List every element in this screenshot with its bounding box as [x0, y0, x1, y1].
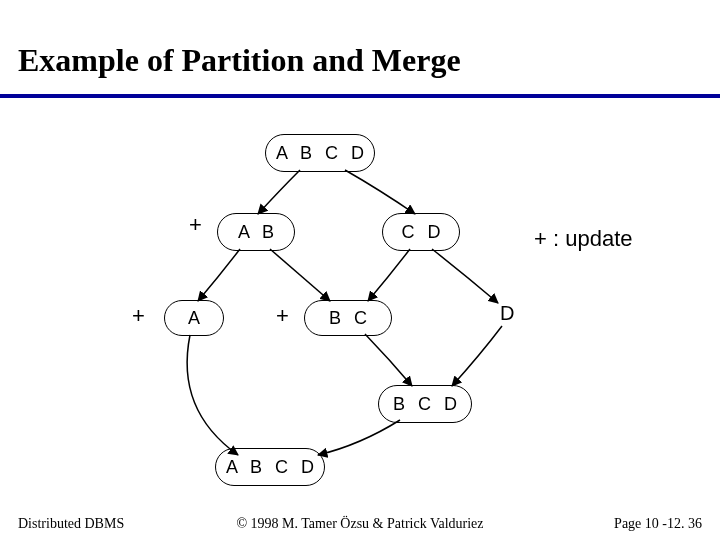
footer-center: © 1998 M. Tamer Özsu & Patrick Valduriez — [0, 516, 720, 532]
plus-mark-ab: + — [189, 212, 202, 238]
slide: Example of Partition and Merge A B C D A… — [0, 0, 720, 540]
title-underline — [0, 94, 720, 98]
plus-mark-bc: + — [276, 303, 289, 329]
node-a: A — [164, 300, 224, 336]
node-root-abcd: A B C D — [265, 134, 375, 172]
legend-update: + : update — [534, 226, 632, 252]
node-cd: C D — [382, 213, 460, 251]
d-label: D — [500, 302, 514, 325]
node-bcd: B C D — [378, 385, 472, 423]
slide-title: Example of Partition and Merge — [18, 42, 461, 79]
node-abcd-2: A B C D — [215, 448, 325, 486]
node-bc: B C — [304, 300, 392, 336]
footer-right: Page 10 -12. 36 — [614, 516, 702, 532]
node-ab: A B — [217, 213, 295, 251]
plus-mark-a: + — [132, 303, 145, 329]
diagram-edges — [0, 0, 720, 540]
